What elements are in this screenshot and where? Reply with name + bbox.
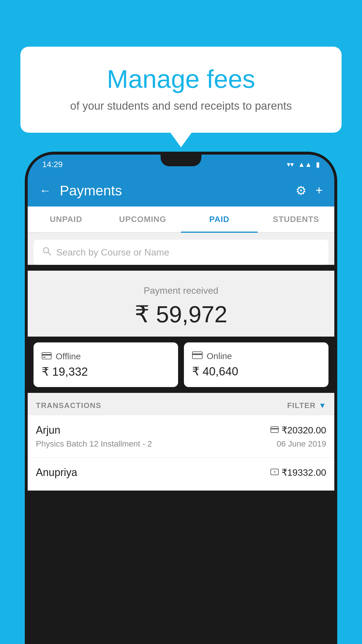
status-icons: ▾▾ ▲▲ ▮ xyxy=(287,160,320,169)
speech-bubble: Manage fees of your students and send re… xyxy=(20,47,342,133)
transaction-detail: Physics Batch 12 Installment - 2 xyxy=(36,439,152,449)
transaction-amount-row: ₹20320.00 xyxy=(270,425,326,436)
offline-amount: ₹ 19,332 xyxy=(42,365,170,378)
signal-icon: ▲▲ xyxy=(298,160,312,169)
svg-rect-7 xyxy=(271,427,278,433)
tab-upcoming[interactable]: UPCOMING xyxy=(104,206,181,232)
offline-card-header: Offline xyxy=(42,351,170,361)
transactions-header: TRANSACTIONS FILTER ▼ xyxy=(28,393,334,415)
svg-rect-8 xyxy=(271,428,278,429)
tab-students[interactable]: STUDENTS xyxy=(258,206,334,232)
payment-cards-row: Offline ₹ 19,332 Online ₹ 40,640 xyxy=(34,342,328,387)
transaction-date: 06 June 2019 xyxy=(277,439,326,449)
transactions-label: TRANSACTIONS xyxy=(36,401,101,410)
tab-paid[interactable]: PAID xyxy=(181,206,258,232)
svg-line-1 xyxy=(48,252,51,255)
offline-icon xyxy=(42,351,52,361)
add-icon[interactable]: + xyxy=(315,183,323,197)
online-label: Online xyxy=(207,351,232,361)
payment-received-section: Payment received ₹ 59,972 xyxy=(28,271,334,337)
manage-fees-subtitle: of your students and send receipts to pa… xyxy=(44,100,318,112)
status-time: 14:29 xyxy=(42,160,63,169)
transaction-amount: ₹19332.00 xyxy=(282,467,326,478)
svg-rect-5 xyxy=(192,352,202,359)
svg-rect-4 xyxy=(43,357,45,358)
wifi-icon: ▾▾ xyxy=(287,160,294,169)
svg-rect-3 xyxy=(42,354,51,356)
tabs-container: UNPAID UPCOMING PAID STUDENTS xyxy=(28,206,334,233)
search-placeholder: Search by Course or Name xyxy=(56,247,169,258)
transaction-item[interactable]: Arjun ₹20320.00 Physics Batch 12 Install… xyxy=(28,415,334,458)
app-title: Payments xyxy=(60,183,296,199)
card-payment-icon xyxy=(270,426,279,435)
phone-notch xyxy=(161,155,201,166)
payment-received-label: Payment received xyxy=(34,285,328,296)
online-card: Online ₹ 40,640 xyxy=(184,342,328,387)
speech-bubble-container: Manage fees of your students and send re… xyxy=(20,47,342,133)
payment-amount: ₹ 59,972 xyxy=(34,301,328,328)
phone-inner: 14:29 ▾▾ ▲▲ ▮ ← Payments ⚙ + UNPAID UPCO… xyxy=(28,155,334,641)
tab-unpaid[interactable]: UNPAID xyxy=(28,206,104,232)
manage-fees-title: Manage fees xyxy=(44,64,318,94)
app-bar: ← Payments ⚙ + xyxy=(28,174,334,206)
offline-card: Offline ₹ 19,332 xyxy=(34,342,178,387)
transaction-name: Anupriya xyxy=(36,466,77,479)
filter-section[interactable]: FILTER ▼ xyxy=(287,401,326,410)
search-icon xyxy=(42,246,52,258)
search-bar[interactable]: Search by Course or Name xyxy=(34,240,328,265)
svg-rect-2 xyxy=(42,353,51,359)
online-icon xyxy=(192,351,203,361)
filter-icon: ▼ xyxy=(319,401,326,410)
transaction-row2: Physics Batch 12 Installment - 2 06 June… xyxy=(36,439,326,449)
transaction-name: Arjun xyxy=(36,424,60,436)
back-button[interactable]: ← xyxy=(39,184,51,197)
svg-text:₹: ₹ xyxy=(273,470,275,474)
settings-icon[interactable]: ⚙ xyxy=(296,183,307,198)
transaction-amount-row: ₹ ₹19332.00 xyxy=(270,467,326,478)
offline-label: Offline xyxy=(56,351,81,361)
filter-label: FILTER xyxy=(287,401,316,410)
transaction-amount: ₹20320.00 xyxy=(282,425,326,436)
online-card-header: Online xyxy=(192,351,320,361)
transaction-item[interactable]: Anupriya ₹ ₹19332.00 xyxy=(28,458,334,491)
online-amount: ₹ 40,640 xyxy=(192,365,320,378)
battery-icon: ▮ xyxy=(316,160,320,169)
phone-frame: 14:29 ▾▾ ▲▲ ▮ ← Payments ⚙ + UNPAID UPCO… xyxy=(25,152,337,644)
transaction-row1: Arjun ₹20320.00 xyxy=(36,424,326,436)
cash-payment-icon: ₹ xyxy=(270,468,279,477)
svg-rect-6 xyxy=(192,354,202,355)
transaction-row1: Anupriya ₹ ₹19332.00 xyxy=(36,466,326,479)
app-bar-actions: ⚙ + xyxy=(296,183,323,198)
